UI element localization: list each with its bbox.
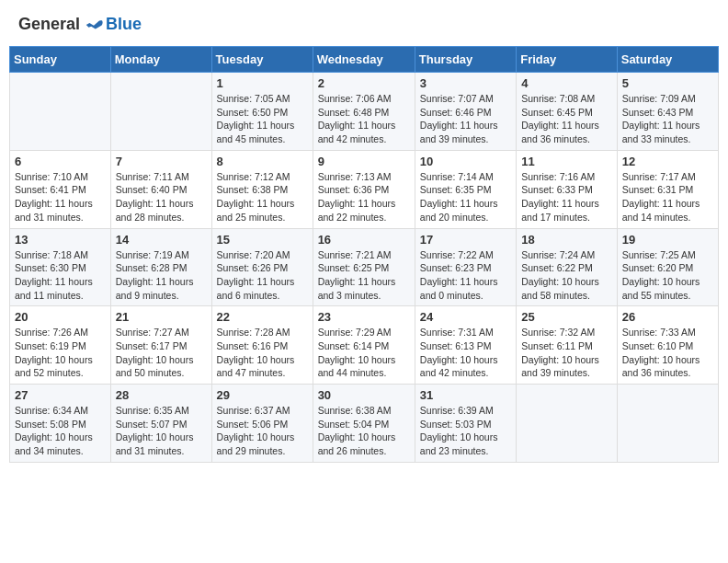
day-number: 31 [420, 388, 511, 402]
day-number: 21 [116, 310, 207, 324]
daylight: Daylight: 10 hours and 36 minutes. [622, 354, 700, 379]
sunrise: Sunrise: 7:24 AM [521, 249, 595, 260]
calendar-cell: 15 Sunrise: 7:20 AM Sunset: 6:26 PM Dayl… [211, 228, 313, 306]
day-info: Sunrise: 7:22 AM Sunset: 6:23 PM Dayligh… [420, 248, 511, 303]
sunrise: Sunrise: 7:12 AM [217, 171, 290, 182]
day-number: 29 [217, 388, 308, 402]
day-number: 12 [622, 155, 713, 168]
day-number: 16 [318, 233, 410, 247]
calendar-cell: 13 Sunrise: 7:18 AM Sunset: 6:30 PM Dayl… [10, 228, 111, 306]
logo-bird-icon [84, 14, 104, 34]
sunrise: Sunrise: 7:13 AM [318, 171, 392, 182]
calendar-cell: 8 Sunrise: 7:12 AM Sunset: 6:38 PM Dayli… [211, 150, 313, 228]
day-info: Sunrise: 6:39 AM Sunset: 5:03 PM Dayligh… [420, 404, 511, 458]
sunset: Sunset: 6:38 PM [217, 184, 289, 195]
daylight: Daylight: 11 hours and 39 minutes. [420, 120, 498, 144]
calendar-cell: 22 Sunrise: 7:28 AM Sunset: 6:16 PM Dayl… [211, 306, 313, 385]
day-info: Sunrise: 6:34 AM Sunset: 5:08 PM Dayligh… [15, 404, 106, 458]
sunrise: Sunrise: 6:38 AM [318, 405, 392, 416]
day-number: 20 [15, 310, 106, 324]
day-number: 15 [217, 233, 308, 247]
calendar-week-5: 27 Sunrise: 6:34 AM Sunset: 5:08 PM Dayl… [10, 385, 719, 463]
sunset: Sunset: 6:25 PM [318, 262, 390, 273]
calendar-week-4: 20 Sunrise: 7:26 AM Sunset: 6:19 PM Dayl… [10, 306, 719, 385]
day-info: Sunrise: 7:09 AM Sunset: 6:43 PM Dayligh… [622, 92, 713, 146]
sunset: Sunset: 6:30 PM [15, 262, 86, 273]
day-info: Sunrise: 7:26 AM Sunset: 6:19 PM Dayligh… [15, 326, 106, 380]
calendar-cell: 25 Sunrise: 7:32 AM Sunset: 6:11 PM Dayl… [517, 306, 618, 385]
day-number: 13 [15, 233, 106, 247]
sunrise: Sunrise: 7:31 AM [420, 327, 494, 338]
day-number: 17 [420, 233, 511, 247]
sunset: Sunset: 5:06 PM [217, 419, 289, 430]
daylight: Daylight: 10 hours and 39 minutes. [521, 354, 599, 379]
daylight: Daylight: 11 hours and 20 minutes. [420, 198, 498, 223]
sunset: Sunset: 6:33 PM [521, 184, 593, 195]
sunset: Sunset: 6:17 PM [116, 340, 188, 351]
sunset: Sunset: 5:07 PM [116, 419, 188, 430]
day-number: 5 [622, 76, 713, 90]
calendar-cell: 10 Sunrise: 7:14 AM Sunset: 6:35 PM Dayl… [415, 150, 516, 228]
calendar-cell: 19 Sunrise: 7:25 AM Sunset: 6:20 PM Dayl… [617, 228, 718, 306]
sunset: Sunset: 6:40 PM [116, 184, 188, 195]
calendar-cell: 2 Sunrise: 7:06 AM Sunset: 6:48 PM Dayli… [313, 73, 415, 151]
sunrise: Sunrise: 7:17 AM [622, 171, 696, 182]
calendar-cell: 12 Sunrise: 7:17 AM Sunset: 6:31 PM Dayl… [617, 150, 718, 228]
calendar-header-tuesday: Tuesday [211, 47, 313, 73]
daylight: Daylight: 11 hours and 42 minutes. [318, 120, 396, 144]
calendar-cell [110, 73, 211, 151]
calendar-cell: 16 Sunrise: 7:21 AM Sunset: 6:25 PM Dayl… [313, 228, 415, 306]
day-info: Sunrise: 6:37 AM Sunset: 5:06 PM Dayligh… [217, 404, 308, 458]
day-number: 28 [116, 388, 207, 402]
day-info: Sunrise: 7:31 AM Sunset: 6:13 PM Dayligh… [420, 326, 511, 380]
daylight: Daylight: 10 hours and 23 minutes. [420, 431, 498, 456]
daylight: Daylight: 11 hours and 17 minutes. [521, 198, 599, 223]
sunrise: Sunrise: 7:11 AM [116, 171, 189, 182]
calendar-cell: 14 Sunrise: 7:19 AM Sunset: 6:28 PM Dayl… [110, 228, 211, 306]
day-info: Sunrise: 7:33 AM Sunset: 6:10 PM Dayligh… [622, 326, 713, 380]
day-number: 4 [521, 76, 612, 90]
sunset: Sunset: 6:14 PM [318, 340, 390, 351]
calendar-cell: 9 Sunrise: 7:13 AM Sunset: 6:36 PM Dayli… [313, 150, 415, 228]
sunset: Sunset: 6:22 PM [521, 262, 593, 273]
sunset: Sunset: 6:11 PM [521, 340, 593, 351]
day-number: 1 [217, 76, 308, 90]
calendar-cell: 7 Sunrise: 7:11 AM Sunset: 6:40 PM Dayli… [110, 150, 211, 228]
day-info: Sunrise: 7:08 AM Sunset: 6:45 PM Dayligh… [521, 92, 612, 146]
sunrise: Sunrise: 7:27 AM [116, 327, 189, 338]
day-info: Sunrise: 7:06 AM Sunset: 6:48 PM Dayligh… [318, 92, 410, 146]
calendar-week-2: 6 Sunrise: 7:10 AM Sunset: 6:41 PM Dayli… [10, 150, 719, 228]
calendar-cell: 17 Sunrise: 7:22 AM Sunset: 6:23 PM Dayl… [415, 228, 516, 306]
day-info: Sunrise: 7:10 AM Sunset: 6:41 PM Dayligh… [15, 170, 106, 224]
sunset: Sunset: 6:19 PM [15, 340, 86, 351]
sunset: Sunset: 6:46 PM [420, 107, 492, 118]
sunset: Sunset: 6:23 PM [420, 262, 492, 273]
sunrise: Sunrise: 7:28 AM [217, 327, 290, 338]
sunrise: Sunrise: 7:07 AM [420, 93, 494, 104]
calendar-table: SundayMondayTuesdayWednesdayThursdayFrid… [9, 46, 719, 463]
calendar-cell: 4 Sunrise: 7:08 AM Sunset: 6:45 PM Dayli… [517, 73, 618, 151]
calendar-cell: 21 Sunrise: 7:27 AM Sunset: 6:17 PM Dayl… [110, 306, 211, 385]
calendar-header-monday: Monday [110, 47, 211, 73]
day-number: 2 [318, 76, 410, 90]
day-info: Sunrise: 7:29 AM Sunset: 6:14 PM Dayligh… [318, 326, 410, 380]
sunrise: Sunrise: 7:08 AM [521, 93, 595, 104]
day-number: 9 [318, 155, 410, 168]
calendar-cell: 29 Sunrise: 6:37 AM Sunset: 5:06 PM Dayl… [211, 385, 313, 463]
sunrise: Sunrise: 7:22 AM [420, 249, 494, 260]
sunrise: Sunrise: 6:39 AM [420, 405, 494, 416]
calendar-header-sunday: Sunday [10, 47, 111, 73]
calendar-cell: 5 Sunrise: 7:09 AM Sunset: 6:43 PM Dayli… [617, 73, 718, 151]
sunrise: Sunrise: 6:37 AM [217, 405, 290, 416]
header: General Blue [9, 9, 719, 39]
sunrise: Sunrise: 6:34 AM [15, 405, 88, 416]
sunrise: Sunrise: 7:10 AM [15, 171, 88, 182]
day-number: 27 [15, 388, 106, 402]
sunset: Sunset: 6:31 PM [622, 184, 694, 195]
day-number: 14 [116, 233, 207, 247]
day-info: Sunrise: 7:11 AM Sunset: 6:40 PM Dayligh… [116, 170, 207, 224]
daylight: Daylight: 10 hours and 58 minutes. [521, 276, 599, 301]
calendar-week-1: 1 Sunrise: 7:05 AM Sunset: 6:50 PM Dayli… [10, 73, 719, 151]
calendar-week-3: 13 Sunrise: 7:18 AM Sunset: 6:30 PM Dayl… [10, 228, 719, 306]
daylight: Daylight: 11 hours and 45 minutes. [217, 120, 295, 144]
